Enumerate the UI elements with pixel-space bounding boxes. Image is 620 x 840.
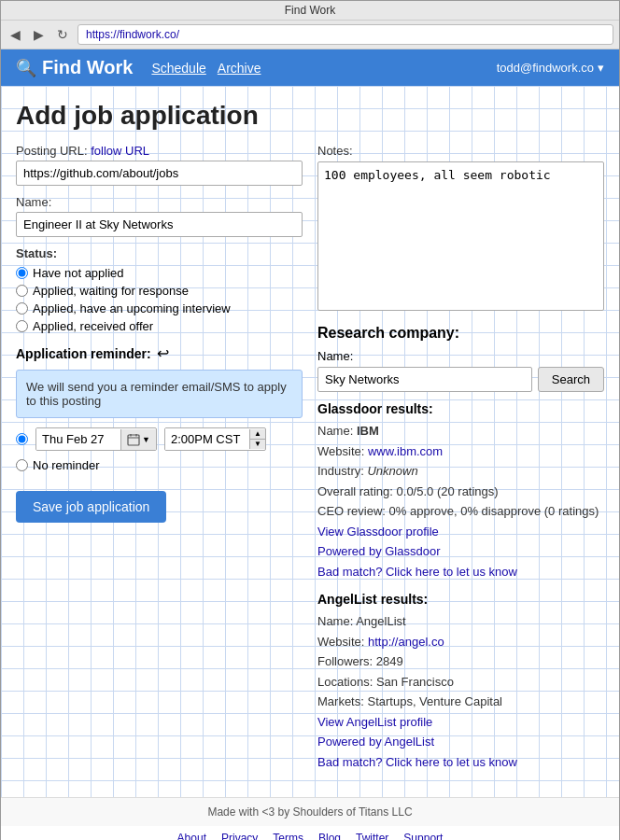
- notes-textarea[interactable]: 100 employees, all seem robotic: [317, 161, 604, 311]
- radio-applied-waiting[interactable]: [16, 285, 28, 297]
- radio-applied-offer-label: Applied, received offer: [33, 319, 153, 333]
- name-label: Name:: [16, 195, 303, 209]
- nav-refresh-button[interactable]: ↻: [53, 25, 72, 44]
- search-input[interactable]: [317, 367, 532, 392]
- glassdoor-rating: Overall rating: 0.0/5.0 (20 ratings): [317, 483, 604, 501]
- footer-link-blog[interactable]: Blog: [318, 832, 341, 840]
- footer-link-about[interactable]: About: [177, 832, 206, 840]
- reminder-inputs-row: ▼ ▲ ▼: [16, 427, 303, 451]
- reminder-info-box: We will send you a reminder email/SMS to…: [16, 370, 303, 418]
- address-bar[interactable]: [78, 24, 613, 45]
- name-field: Name:: [16, 195, 303, 237]
- posting-url-field: Posting URL: follow URL: [16, 144, 303, 186]
- glassdoor-name: Name: IBM: [317, 422, 604, 441]
- svg-rect-0: [128, 435, 139, 445]
- angellist-results: AngelList results: Name: AngelList Websi…: [317, 592, 604, 771]
- search-button[interactable]: Search: [538, 367, 604, 392]
- glassdoor-ceo-value: 0% approve, 0% disapprove (0 ratings): [389, 504, 599, 518]
- angellist-bad-match-link[interactable]: Bad match? Click here to let us know: [317, 755, 517, 769]
- posting-url-input[interactable]: [16, 161, 303, 186]
- time-spinner: ▲ ▼: [249, 429, 265, 449]
- status-radio-applied-waiting: Applied, waiting for response: [16, 284, 303, 298]
- angellist-profile-link[interactable]: View AngelList profile: [317, 715, 432, 729]
- left-column: Posting URL: follow URL Name: Status: Ha…: [16, 144, 303, 782]
- radio-applied-interview[interactable]: [16, 302, 28, 315]
- angellist-powered-link[interactable]: Powered by AngelList: [317, 735, 434, 749]
- date-input-wrapper: ▼: [35, 427, 157, 451]
- angellist-name-value: AngelList: [356, 614, 405, 628]
- status-radio-not-applied: Have not applied: [16, 266, 303, 280]
- page-title: Add job application: [16, 101, 604, 131]
- save-job-application-button[interactable]: Save job application: [16, 491, 166, 523]
- nav-schedule-link[interactable]: Schedule: [151, 61, 205, 76]
- angellist-website: Website: http://angel.co: [317, 633, 604, 651]
- glassdoor-view-profile: View Glassdoor profile: [317, 523, 604, 541]
- time-input[interactable]: [165, 428, 249, 450]
- posting-url-text: Posting URL:: [16, 144, 91, 158]
- footer-link-terms[interactable]: Terms: [273, 832, 303, 840]
- angellist-locations-value: San Francisco: [376, 675, 454, 689]
- radio-applied-offer[interactable]: [16, 320, 28, 332]
- angellist-followers-value: 2849: [376, 654, 403, 668]
- no-reminder-row: No reminder: [16, 458, 303, 472]
- date-input[interactable]: [36, 428, 120, 450]
- user-menu[interactable]: todd@findwork.co ▾: [497, 61, 604, 75]
- reminder-section: Application reminder: ↩ We will send you…: [16, 344, 303, 472]
- angellist-locations-label: Locations:: [317, 675, 376, 689]
- radio-no-reminder[interactable]: [16, 459, 28, 471]
- nav-links: Schedule Archive: [151, 61, 496, 76]
- radio-not-applied[interactable]: [16, 267, 28, 279]
- search-row: Search: [317, 367, 604, 392]
- glassdoor-industry-value: Unknown: [367, 464, 417, 478]
- angellist-locations: Locations: San Francisco: [317, 673, 604, 692]
- user-dropdown-icon: ▾: [598, 61, 604, 75]
- footer-made-with: Made with <3 by Shoulders of Titans LLC: [207, 805, 412, 819]
- status-section: Status: Have not applied Applied, waitin…: [16, 246, 303, 333]
- logo-icon: 🔍: [16, 58, 36, 78]
- search-name-label: Name:: [317, 349, 604, 363]
- radio-applied-interview-label: Applied, have an upcoming interview: [33, 301, 231, 315]
- status-radio-applied-interview: Applied, have an upcoming interview: [16, 301, 303, 315]
- glassdoor-rating-label: Overall rating:: [317, 484, 397, 498]
- research-section: Research company: Name: Search Glassdoor…: [317, 325, 604, 771]
- app-logo: 🔍 Find Work: [16, 57, 133, 78]
- angellist-followers: Followers: 2849: [317, 652, 604, 671]
- glassdoor-bad-match-link[interactable]: Bad match? Click here to let us know: [317, 565, 517, 579]
- glassdoor-bad-match: Bad match? Click here to let us know: [317, 563, 604, 581]
- follow-url-link[interactable]: follow URL: [91, 144, 149, 158]
- browser-title: Find Work: [285, 4, 335, 17]
- glassdoor-powered: Powered by Glassdoor: [317, 542, 604, 561]
- time-down-button[interactable]: ▼: [250, 440, 265, 449]
- radio-not-applied-label: Have not applied: [33, 266, 124, 280]
- glassdoor-website-label: Website:: [317, 444, 368, 458]
- no-reminder-label: No reminder: [33, 458, 100, 472]
- time-up-button[interactable]: ▲: [250, 429, 265, 440]
- glassdoor-website-link[interactable]: www.ibm.com: [368, 444, 443, 458]
- undo-icon: ↩: [157, 344, 169, 362]
- nav-back-button[interactable]: ◀: [7, 25, 24, 44]
- angellist-website-link[interactable]: http://angel.co: [368, 635, 444, 649]
- footer-bar: Made with <3 by Shoulders of Titans LLC: [1, 797, 619, 826]
- footer-link-twitter[interactable]: Twitter: [356, 832, 388, 840]
- angellist-markets-label: Markets:: [317, 694, 367, 708]
- footer-link-privacy[interactable]: Privacy: [221, 832, 258, 840]
- status-radio-applied-offer: Applied, received offer: [16, 319, 303, 333]
- reminder-info-text: We will send you a reminder email/SMS to…: [26, 380, 287, 408]
- angellist-name-label: Name:: [317, 614, 356, 628]
- calendar-button[interactable]: ▼: [120, 429, 156, 450]
- angellist-powered: Powered by AngelList: [317, 733, 604, 751]
- calendar-icon: [127, 433, 140, 446]
- app-header: 🔍 Find Work Schedule Archive todd@findwo…: [1, 49, 619, 86]
- glassdoor-powered-link[interactable]: Powered by Glassdoor: [317, 544, 441, 558]
- nav-archive-link[interactable]: Archive: [218, 61, 261, 76]
- glassdoor-industry: Industry: Unknown: [317, 462, 604, 481]
- radio-reminder-set[interactable]: [16, 433, 28, 445]
- angellist-bad-match: Bad match? Click here to let us know: [317, 753, 604, 772]
- glassdoor-name-value: IBM: [357, 424, 379, 438]
- angellist-markets-value: Startups, Venture Capital: [367, 694, 502, 708]
- glassdoor-profile-link[interactable]: View Glassdoor profile: [317, 525, 439, 539]
- browser-toolbar: ◀ ▶ ↻: [1, 21, 619, 49]
- footer-link-support[interactable]: Support: [403, 832, 443, 840]
- name-input[interactable]: [16, 212, 303, 237]
- nav-forward-button[interactable]: ▶: [30, 25, 48, 44]
